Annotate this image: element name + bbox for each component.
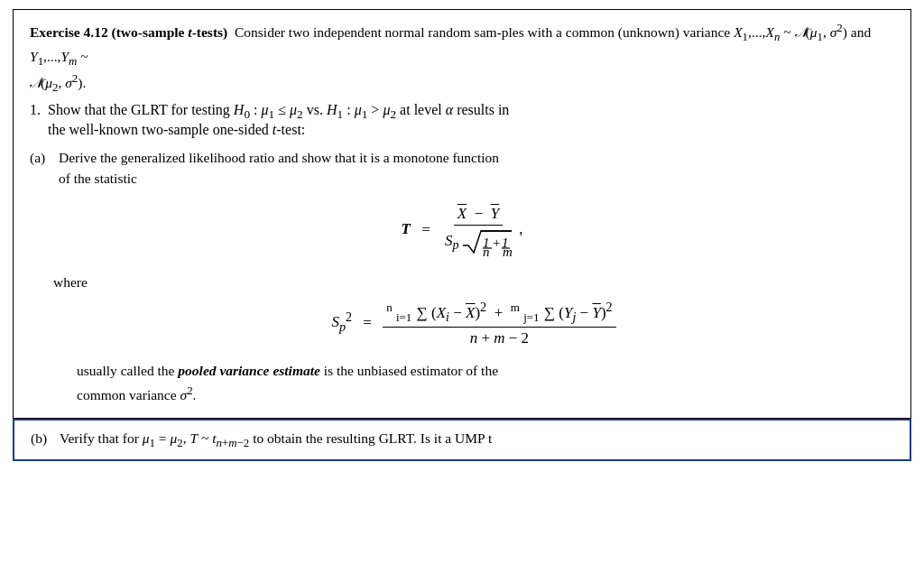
svg-text:n: n (483, 245, 490, 259)
where-text: where (53, 274, 894, 291)
t-fraction: X − Y Sp 1 (441, 205, 515, 256)
part-b-text: Verify that for μ1 = μ2, T ~ tn+m−2 to o… (60, 428, 492, 452)
t-denominator: Sp 1 n (441, 226, 515, 256)
part-b-box: (b) Verify that for μ1 = μ2, T ~ tn+m−2 … (13, 419, 911, 461)
part-b-label: (b) (31, 428, 54, 449)
svg-text:m: m (503, 245, 513, 259)
page: Exercise 4.12 (two-sample t-tests) Consi… (0, 9, 924, 573)
svg-text:+: + (493, 236, 500, 250)
where-section: where Sp2 = n i=1 ∑ (Xi − X)2 + m j=1 (53, 274, 894, 406)
item-1-text: Show that the GLRT for testing H0 : μ1 ≤… (48, 102, 509, 138)
exercise-title: Exercise 4.12 (two-sample t-tests) Consi… (30, 19, 894, 97)
exercise-box: Exercise 4.12 (two-sample t-tests) Consi… (13, 9, 911, 419)
sp-formula: Sp2 = n i=1 ∑ (Xi − X)2 + m j=1 ∑ (Yj (53, 300, 894, 347)
exercise-title-bold: Exercise 4.12 (two-sample t-tests) (30, 24, 227, 40)
part-a-text: Derive the generalized likelihood ratio … (59, 147, 499, 189)
item-number: 1. (30, 102, 44, 138)
pooled-text: usually called the pooled variance estim… (77, 360, 894, 406)
sp-denominator: n + m − 2 (467, 328, 532, 347)
sp-numerator: n i=1 ∑ (Xi − X)2 + m j=1 ∑ (Yj − Y)2 (383, 300, 616, 328)
t-formula: T = X − Y Sp (30, 205, 894, 256)
numbered-item-1: 1. Show that the GLRT for testing H0 : μ… (30, 102, 894, 138)
sqrt-svg: 1 n + 1 m (463, 227, 512, 256)
part-a-label: (a) (30, 147, 53, 168)
t-numerator: X − Y (454, 205, 503, 226)
part-a: (a) Derive the generalized likelihood ra… (30, 147, 894, 407)
